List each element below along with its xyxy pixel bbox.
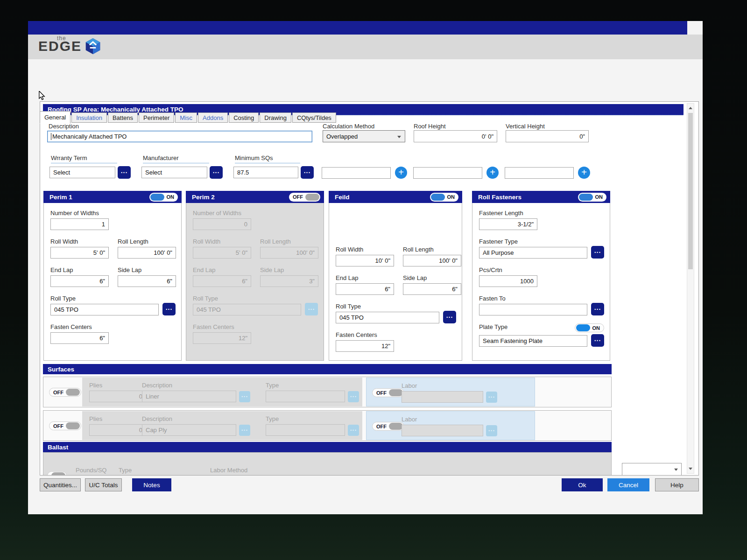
roll-width-label: Roll Width <box>50 238 109 245</box>
toggle-state-label: OFF <box>293 194 303 200</box>
tab-battens[interactable]: Battens <box>108 112 138 123</box>
toggle-knob-icon <box>579 194 593 201</box>
ellipsis-icon: ... <box>446 312 453 319</box>
scroll-up-button[interactable] <box>687 105 694 112</box>
number-of-widths-input[interactable]: 1 <box>50 218 109 230</box>
labor-toggle[interactable]: OFF <box>372 422 404 431</box>
surface-row-toggle[interactable]: OFF <box>49 388 81 397</box>
labor-method-dropdown[interactable] <box>622 463 682 476</box>
roll-width-input[interactable]: 10' 0" <box>336 255 394 266</box>
toggle-state-label: OFF <box>376 390 387 396</box>
scroll-down-button[interactable] <box>687 465 694 472</box>
scrollbar-thumb[interactable] <box>688 113 693 269</box>
tab-cqtys-tildes[interactable]: CQtys/Tildes <box>292 112 336 123</box>
roll-length-input: 100' 0" <box>260 247 318 259</box>
roll-length-input[interactable]: 100' 0" <box>118 247 176 259</box>
description-label: Description <box>49 123 79 130</box>
cancel-button[interactable]: Cancel <box>607 478 649 491</box>
roll-type-input: 045 TPO <box>193 304 301 315</box>
tab-drawing[interactable]: Drawing <box>260 112 291 123</box>
ellipsis-icon: ... <box>594 304 601 311</box>
help-button[interactable]: Help <box>655 478 699 491</box>
labor-toggle[interactable]: OFF <box>372 388 404 397</box>
roll-width-label: Roll Width <box>336 246 394 253</box>
roll-fasteners-toggle[interactable]: ON <box>578 193 607 202</box>
plate-type-toggle[interactable]: ON <box>575 323 605 332</box>
ballast-toggle[interactable] <box>47 471 67 476</box>
roll-type-browse-button[interactable]: ... <box>162 303 176 315</box>
app-header: the EDGE <box>28 35 703 59</box>
tab-misc[interactable]: Misc <box>175 112 197 123</box>
pcs-crtn-input[interactable]: 1000 <box>479 275 537 287</box>
manufacturer-input[interactable]: Select <box>141 167 207 178</box>
extra-field-1-input[interactable] <box>322 167 391 179</box>
fasten-to-input[interactable] <box>479 304 587 315</box>
roll-type-label: Roll Type <box>50 295 159 302</box>
description-input[interactable]: Mechanically Attached TPO <box>47 131 312 142</box>
plate-type-input[interactable]: Seam Fastening Plate <box>479 335 587 347</box>
plies-input: 0 <box>89 424 146 436</box>
side-lap-input[interactable]: 6" <box>118 275 176 287</box>
add-field-1-button[interactable]: + <box>395 167 407 179</box>
minimum-sqs-label: Minimum SQs <box>235 154 300 163</box>
uc-totals-button[interactable]: U/C Totals <box>85 478 122 491</box>
extra-field-2-input[interactable] <box>413 167 482 179</box>
side-lap-input[interactable]: 6" <box>403 283 461 295</box>
fastener-type-input[interactable]: All Purpose <box>479 247 587 259</box>
plate-type-browse-button[interactable]: ... <box>591 334 604 347</box>
vertical-height-input[interactable]: 0" <box>506 130 589 142</box>
ellipsis-icon: ... <box>594 247 601 254</box>
fastener-type-browse-button[interactable]: ... <box>591 246 604 259</box>
end-lap-input[interactable]: 6" <box>336 283 394 295</box>
panel-roll-fasteners: Roll Fasteners ON Fastener Length 3-1/2"… <box>472 191 610 361</box>
perim-1-toggle[interactable]: ON <box>149 193 178 202</box>
tab-perimeter[interactable]: Perimeter <box>139 112 174 123</box>
surfaces-row-liner: OFF Plies 0 Description Liner ... <box>43 377 612 407</box>
roof-height-input[interactable]: 0' 0" <box>414 130 497 142</box>
fasten-to-browse-button[interactable]: ... <box>591 303 604 315</box>
toggle-state-label: ON <box>595 194 603 200</box>
section-header-surfaces: Surfaces <box>43 364 612 374</box>
tab-addons[interactable]: Addons <box>198 112 228 123</box>
warranty-term-input[interactable]: Select <box>49 167 115 178</box>
roll-width-input: 5' 0" <box>193 247 251 259</box>
warranty-term-browse-button[interactable]: ... <box>118 166 131 179</box>
labor-label: Labor <box>402 382 497 389</box>
perim-2-toggle[interactable]: OFF <box>289 193 320 202</box>
roll-type-input[interactable]: 045 TPO <box>336 312 439 323</box>
end-lap-input[interactable]: 6" <box>50 275 109 287</box>
toggle-knob-icon <box>305 194 319 201</box>
toggle-knob-icon <box>66 422 80 429</box>
add-field-2-button[interactable]: + <box>486 167 499 179</box>
manufacturer-browse-button[interactable]: ... <box>210 166 223 179</box>
tab-insulation[interactable]: Insulation <box>71 112 107 123</box>
add-field-3-button[interactable]: + <box>578 167 590 179</box>
tab-costing[interactable]: Costing <box>229 112 259 123</box>
ok-button[interactable]: Ok <box>562 478 603 491</box>
fasten-centers-input[interactable]: 12" <box>336 340 394 352</box>
field-toggle[interactable]: ON <box>430 193 459 202</box>
roll-width-input[interactable]: 5' 0" <box>50 247 109 259</box>
surface-description-input: Liner <box>142 391 236 402</box>
toggle-state-label: ON <box>167 194 175 200</box>
surface-row-toggle[interactable]: OFF <box>49 421 81 430</box>
fastener-length-input[interactable]: 3-1/2" <box>479 218 537 230</box>
calculation-method-dropdown[interactable]: Overlapped <box>323 130 405 142</box>
field-header: Feild ON <box>329 191 462 203</box>
minimum-sqs-browse-button[interactable]: ... <box>301 166 314 179</box>
roll-type-input[interactable]: 045 TPO <box>50 304 159 315</box>
fasten-centers-input[interactable]: 6" <box>50 332 109 344</box>
toggle-state-label: OFF <box>376 424 387 429</box>
toggle-state-label: OFF <box>53 423 63 429</box>
scroll-down-icon <box>689 468 692 470</box>
vertical-scrollbar[interactable] <box>687 103 694 474</box>
extra-field-3-input[interactable] <box>505 167 574 179</box>
tab-general[interactable]: General <box>40 111 70 124</box>
roll-length-input[interactable]: 100' 0" <box>403 255 461 266</box>
notes-button[interactable]: Notes <box>132 478 171 491</box>
minimum-sqs-input[interactable]: 87.5 <box>233 167 298 178</box>
quantities-button[interactable]: Quantities... <box>40 478 81 491</box>
window-titlebar[interactable] <box>28 21 687 35</box>
labor-browse-button-disabled: ... <box>486 392 497 403</box>
roll-type-browse-button[interactable]: ... <box>443 311 456 323</box>
